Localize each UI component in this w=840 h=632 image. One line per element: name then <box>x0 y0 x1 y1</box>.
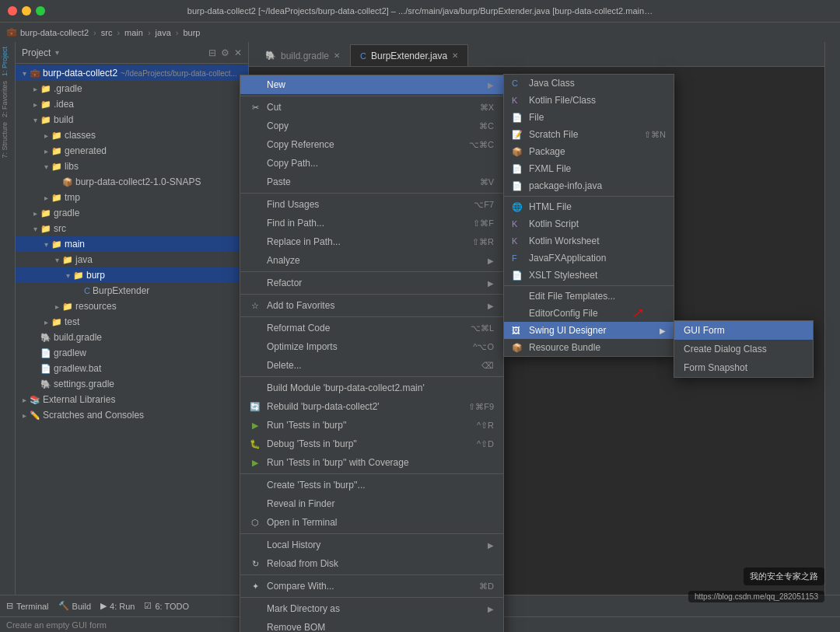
breadcrumb-item-burp[interactable]: burp <box>183 28 200 37</box>
menu-item-remove-bom[interactable]: Remove BOM <box>240 618 503 632</box>
breadcrumb-item-java[interactable]: java <box>156 28 171 37</box>
run-button[interactable]: ▶ 4: Run <box>100 601 135 611</box>
tree-item-burp[interactable]: ▾ 📁 burp <box>16 267 248 283</box>
menu-item-copy-path[interactable]: Copy Path... <box>240 154 503 173</box>
menu-item-paste[interactable]: Paste ⌘V <box>240 173 503 191</box>
menu-item-reload-disk[interactable]: ↻ Reload from Disk <box>240 554 503 573</box>
tree-item-main[interactable]: ▾ 📁 main <box>16 236 248 252</box>
new-submenu-item-swing[interactable]: 🖼 Swing UI Designer ▶ GUI Form Create Di… <box>504 322 674 339</box>
menu-item-local-history[interactable]: Local History ▶ <box>240 536 503 554</box>
breadcrumb-item-project[interactable]: burp-data-collect2 <box>20 28 89 37</box>
swing-submenu-item-snapshot[interactable]: Form Snapshot <box>674 358 813 377</box>
new-submenu-item-javafx[interactable]: F JavaFXApplication <box>504 250 674 267</box>
new-submenu-item-kotlin-file[interactable]: K Kotlin File/Class <box>504 92 674 109</box>
new-submenu-item-file[interactable]: 📄 File <box>504 109 674 126</box>
menu-item-find-path[interactable]: Find in Path... ⇧⌘F <box>240 214 503 232</box>
tree-item-gradle[interactable]: ▸ 📁 .gradle <box>16 81 248 96</box>
tree-label: test <box>65 316 79 327</box>
tree-item-generated[interactable]: ▸ 📁 generated <box>16 143 248 159</box>
menu-item-reformat[interactable]: Reformat Code ⌥⌘L <box>240 319 503 337</box>
tree-item-java[interactable]: ▾ 📁 java <box>16 252 248 267</box>
maximize-button[interactable] <box>36 6 45 16</box>
menu-item-optimize[interactable]: Optimize Imports ^⌥O <box>240 337 503 356</box>
tree-item-idea[interactable]: ▸ 📁 .idea <box>16 96 248 112</box>
menu-item-refactor[interactable]: Refactor ▶ <box>240 274 503 292</box>
todo-button[interactable]: ☑ 6: TODO <box>144 601 189 611</box>
menu-item-rebuild[interactable]: 🔄 Rebuild 'burp-data-collect2' ⇧⌘F9 <box>240 397 503 416</box>
settings-icon[interactable]: ⚙ <box>221 47 229 58</box>
tree-item-settings-gradle[interactable]: 🐘 settings.gradle <box>16 376 248 392</box>
tree-item-root[interactable]: ▾ 💼 burp-data-collect2 ~/IdeaProjects/bu… <box>16 65 248 81</box>
tree-item-burpextender[interactable]: C BurpExtender <box>16 283 248 299</box>
breadcrumb-item-main[interactable]: main <box>124 28 143 37</box>
minimize-button[interactable] <box>22 6 31 16</box>
close-panel-icon[interactable]: ✕ <box>234 47 242 58</box>
new-submenu-item-java[interactable]: C Java Class <box>504 75 674 92</box>
close-button[interactable] <box>8 6 17 16</box>
tree-item-tmp[interactable]: ▸ 📁 tmp <box>16 190 248 205</box>
new-submenu-item-editor-config[interactable]: EditorConfig File <box>504 305 674 322</box>
tree-item-gradlew-bat[interactable]: 📄 gradlew.bat <box>16 361 248 376</box>
menu-item-copy-ref[interactable]: Copy Reference ⌥⌘C <box>240 135 503 154</box>
tree-item-build-gradle[interactable]: 🐘 build.gradle <box>16 330 248 345</box>
build-button[interactable]: 🔨 Build <box>58 601 91 611</box>
menu-item-reveal-finder[interactable]: Reveal in Finder <box>240 494 503 513</box>
new-submenu-item-edit-templates[interactable]: Edit File Templates... <box>504 288 674 305</box>
new-submenu-label: package-info.java <box>529 180 602 191</box>
tree-item-snapshot[interactable]: 📦 burp-data-collect2-1.0-SNAPS <box>16 174 248 190</box>
new-submenu-item-resource-bundle[interactable]: 📦 Resource Bundle <box>504 339 674 356</box>
sidebar-item-project[interactable]: 1: Project <box>1 45 15 78</box>
sidebar-item-structure[interactable]: 7: Structure <box>1 120 15 160</box>
swing-submenu-item-dialog[interactable]: Create Dialog Class <box>674 340 813 358</box>
tab-build-gradle[interactable]: 🐘 build.gradle ✕ <box>255 44 350 66</box>
tab-burp-extender[interactable]: C BurpExtender.java ✕ <box>350 44 468 66</box>
menu-item-new[interactable]: New ▶ C Java Class K Kotlin File/Class 📄… <box>240 75 503 94</box>
new-submenu-item-package-info[interactable]: 📄 package-info.java <box>504 177 674 194</box>
project-panel-dropdown-icon[interactable]: ▾ <box>55 48 59 57</box>
menu-item-build-module[interactable]: Build Module 'burp-data-collect2.main' <box>240 379 503 397</box>
menu-item-run-coverage[interactable]: ▶ Run 'Tests in 'burp'' with Coverage <box>240 453 503 472</box>
new-submenu-item-kotlin-ws[interactable]: K Kotlin Worksheet <box>504 232 674 250</box>
sidebar-item-favorites[interactable]: 2: Favorites <box>1 79 15 119</box>
menu-item-analyze[interactable]: Analyze ▶ <box>240 251 503 270</box>
tree-item-libs[interactable]: ▾ 📁 libs <box>16 159 248 174</box>
terminal-button[interactable]: ⊟ Terminal <box>6 601 49 611</box>
tree-item-ext-libs[interactable]: ▸ 📚 External Libraries <box>16 392 248 407</box>
tree-item-test[interactable]: ▸ 📁 test <box>16 314 248 330</box>
tab-close-icon[interactable]: ✕ <box>334 51 340 60</box>
new-submenu-item-package[interactable]: 📦 Package <box>504 143 674 160</box>
menu-item-terminal[interactable]: ⬡ Open in Terminal <box>240 513 503 532</box>
new-submenu-item-scratch[interactable]: 📝 Scratch File ⇧⌘N <box>504 126 674 143</box>
tree-item-build[interactable]: ▾ 📁 build <box>16 112 248 127</box>
menu-item-compare[interactable]: ✦ Compare With... ⌘D <box>240 577 503 595</box>
menu-item-mark-dir[interactable]: Mark Directory as ▶ <box>240 599 503 618</box>
new-submenu-item-html[interactable]: 🌐 HTML File <box>504 198 674 215</box>
build-btn-label: Build <box>72 602 91 611</box>
tree-item-src[interactable]: ▾ 📁 src <box>16 221 248 236</box>
breadcrumb-item-src[interactable]: src <box>101 28 113 37</box>
menu-item-replace-path[interactable]: Replace in Path... ⇧⌘R <box>240 232 503 251</box>
menu-item-copy[interactable]: Copy ⌘C <box>240 117 503 135</box>
menu-item-cut[interactable]: ✂ Cut ⌘X <box>240 98 503 117</box>
swing-submenu-item-gui-form[interactable]: GUI Form <box>674 321 813 340</box>
new-submenu-item-xslt[interactable]: 📄 XSLT Stylesheet <box>504 267 674 284</box>
menu-item-favorites[interactable]: ☆ Add to Favorites ▶ <box>240 296 503 315</box>
collapse-all-icon[interactable]: ⊟ <box>208 47 216 58</box>
new-submenu-item-fxml[interactable]: 📄 FXML File <box>504 160 674 177</box>
menu-item-find-usages[interactable]: Find Usages ⌥F7 <box>240 195 503 214</box>
menu-label: Find in Path... <box>267 218 324 229</box>
run-btn-label: 4: Run <box>110 602 135 611</box>
menu-item-debug-tests[interactable]: 🐛 Debug 'Tests in 'burp'' ^⇧D <box>240 435 503 453</box>
tree-item-classes[interactable]: ▸ 📁 classes <box>16 127 248 143</box>
todo-btn-label: 6: TODO <box>155 602 189 611</box>
tree-item-gradlew[interactable]: 📄 gradlew <box>16 345 248 361</box>
new-submenu-item-kotlin-script[interactable]: K Kotlin Script <box>504 215 674 232</box>
tree-item-resources[interactable]: ▸ 📁 resources <box>16 299 248 314</box>
menu-item-create-tests[interactable]: Create 'Tests in 'burp''... <box>240 476 503 494</box>
tree-item-gradle2[interactable]: ▸ 📁 gradle <box>16 205 248 221</box>
menu-item-delete[interactable]: Delete... ⌫ <box>240 356 503 375</box>
tab-close-active-icon[interactable]: ✕ <box>452 51 458 60</box>
menu-item-run-tests[interactable]: ▶ Run 'Tests in 'burp'' ^⇧R <box>240 416 503 435</box>
refactor-arrow-icon: ▶ <box>488 279 494 288</box>
tree-item-scratches[interactable]: ▸ ✏️ Scratches and Consoles <box>16 407 248 423</box>
